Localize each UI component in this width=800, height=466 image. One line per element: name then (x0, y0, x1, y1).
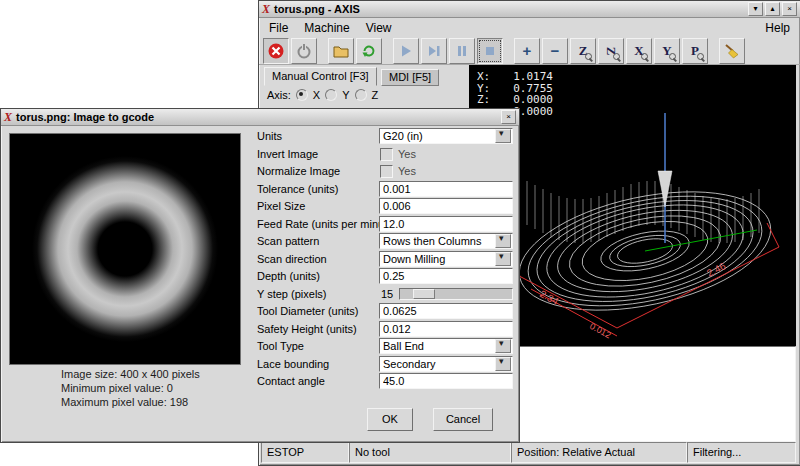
zoom-in-button[interactable]: + (514, 38, 540, 64)
normalize-image-checkbox[interactable] (380, 165, 393, 178)
y-step-slider-thumb[interactable] (413, 289, 435, 299)
axis-titlebar[interactable]: X torus.png - AXIS ▾ ▴ × (259, 1, 800, 18)
open-file-button[interactable] (328, 38, 354, 64)
maximize-button[interactable]: ▴ (765, 2, 780, 16)
run-button[interactable] (393, 38, 419, 64)
feed-rate-label: Feed Rate (units per minute) (257, 218, 397, 230)
menu-file[interactable]: File (261, 20, 296, 36)
tool-type-label: Tool Type (257, 340, 304, 352)
units-label: Units (257, 130, 282, 142)
scan-pattern-dropdown[interactable]: Rows then Columns (379, 233, 513, 249)
menubar: File Machine View Help (259, 18, 800, 37)
reload-button[interactable] (356, 38, 382, 64)
pause-button[interactable] (449, 38, 475, 64)
status-estop: ESTOP (261, 442, 349, 463)
radio-axis-z-label: Z (372, 89, 379, 101)
status-position: Position: Relative Actual (511, 442, 687, 463)
step-button[interactable] (421, 38, 447, 64)
tolerance-input[interactable] (379, 181, 513, 197)
estop-icon (267, 42, 285, 60)
run-icon (397, 42, 415, 60)
view-front-button[interactable]: Y (654, 38, 680, 64)
invert-image-label: Invert Image (257, 148, 318, 160)
dropdown-arrow-icon (495, 357, 511, 371)
view-top-button[interactable]: Z (570, 38, 596, 64)
minimize-button[interactable]: ▾ (748, 2, 763, 16)
radio-axis-y[interactable] (325, 89, 337, 101)
pixel-size-input[interactable] (379, 198, 513, 214)
dialog-close-button[interactable]: × (501, 110, 516, 124)
tool-type-dropdown[interactable]: Ball End (379, 338, 513, 354)
units-dropdown[interactable]: G20 (in) (379, 128, 513, 144)
view-rotated-top-button[interactable]: Z (598, 38, 624, 64)
axis-app-icon: X (262, 3, 270, 15)
tolerance-label: Tolerance (units) (257, 183, 338, 195)
depth-input[interactable] (379, 268, 513, 284)
machine-power-button[interactable] (291, 38, 317, 64)
scan-direction-label: Scan direction (257, 253, 327, 265)
depth-label: Depth (units) (257, 270, 320, 282)
radio-axis-x[interactable] (296, 89, 308, 101)
contact-angle-input[interactable] (379, 373, 513, 389)
status-filter: Filtering... (687, 442, 796, 463)
magnifier-icon (585, 53, 593, 61)
stop-icon (481, 42, 499, 60)
radio-axis-y-label: Y (342, 89, 349, 101)
dropdown-arrow-icon (495, 129, 511, 143)
scan-pattern-label: Scan pattern (257, 235, 319, 247)
desktop: X torus.png - AXIS ▾ ▴ × File Machine Vi… (0, 0, 800, 466)
y-step-slider[interactable] (399, 288, 513, 300)
view-perspective-button[interactable]: P (682, 38, 708, 64)
pause-icon (453, 42, 471, 60)
brush-icon (723, 42, 741, 60)
safety-height-input[interactable] (379, 321, 513, 337)
contact-angle-label: Contact angle (257, 375, 325, 387)
max-pixel-text: Maximum pixel value: 198 (61, 396, 188, 408)
zoom-out-button[interactable]: − (542, 38, 568, 64)
dialog-title: torus.png: Image to gcode (16, 111, 154, 123)
folder-icon (332, 42, 350, 60)
clear-plot-button[interactable] (719, 38, 745, 64)
feed-rate-input[interactable] (379, 216, 513, 232)
magnifier-icon (641, 53, 649, 61)
menu-machine[interactable]: Machine (296, 20, 357, 36)
radio-axis-z[interactable] (355, 89, 367, 101)
axis-jog-row: Axis: X Y Z (267, 89, 378, 101)
y-step-value: 15 (381, 288, 393, 300)
menu-help[interactable]: Help (757, 20, 798, 36)
magnifier-icon (697, 53, 705, 61)
lace-bounding-label: Lace bounding (257, 358, 329, 370)
magnifier-icon (669, 53, 677, 61)
normalize-image-label: Normalize Image (257, 165, 340, 177)
safety-height-label: Safety Height (units) (257, 323, 357, 335)
stop-button[interactable] (477, 38, 503, 64)
estop-button[interactable] (263, 38, 289, 64)
invert-image-checkbox[interactable] (380, 148, 393, 161)
menu-view[interactable]: View (358, 20, 400, 36)
ok-button[interactable]: OK (367, 408, 413, 431)
dropdown-arrow-icon (495, 234, 511, 248)
reload-icon (360, 42, 378, 60)
dropdown-arrow-icon (495, 339, 511, 353)
scan-direction-dropdown[interactable]: Down Milling (379, 251, 513, 267)
tool-diameter-input[interactable] (379, 303, 513, 319)
image-to-gcode-dialog: X torus.png: Image to gcode × Image size… (0, 108, 520, 443)
view-side-button[interactable]: X (626, 38, 652, 64)
tab-mdi[interactable]: MDI [F5] (381, 69, 439, 86)
dialog-titlebar[interactable]: X torus.png: Image to gcode × (1, 109, 519, 126)
axis-app-icon: X (4, 111, 12, 123)
lace-bounding-dropdown[interactable]: Secondary (379, 356, 513, 372)
toolbar: + − Z Z X Y P (259, 37, 800, 65)
cancel-button[interactable]: Cancel (433, 408, 493, 431)
close-button[interactable]: × (782, 2, 797, 16)
status-tool: No tool (349, 442, 511, 463)
axis-label: Axis: (267, 89, 291, 101)
pixel-size-label: Pixel Size (257, 200, 305, 212)
axis-window-title: torus.png - AXIS (274, 3, 360, 15)
radio-axis-x-label: X (313, 89, 320, 101)
tool-diameter-label: Tool Diameter (units) (257, 305, 358, 317)
y-step-label: Y step (pixels) (257, 288, 327, 300)
tab-manual-control[interactable]: Manual Control [F3] (264, 67, 377, 86)
dropdown-arrow-icon (495, 252, 511, 266)
power-icon (295, 42, 313, 60)
